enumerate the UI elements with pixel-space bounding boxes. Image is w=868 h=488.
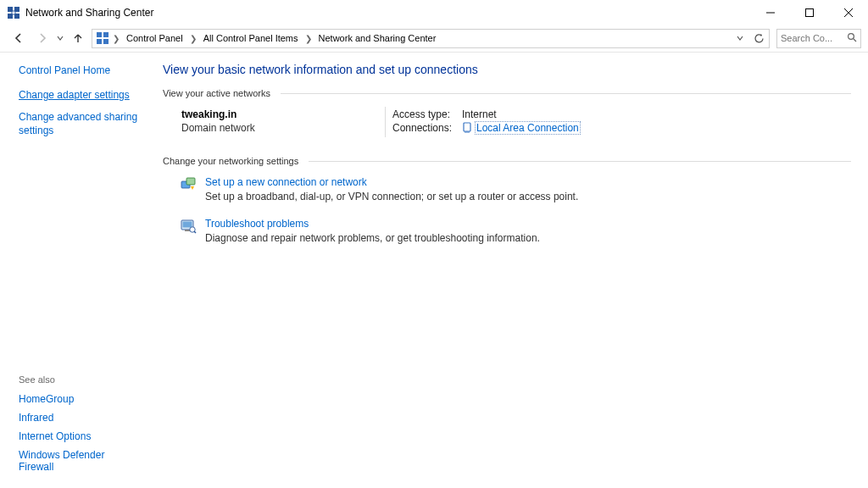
svg-rect-15 — [464, 123, 470, 131]
divider — [309, 161, 851, 162]
forward-button[interactable] — [32, 28, 53, 48]
toolbar-row: ❯ Control Panel ❯ All Control Panel Item… — [0, 25, 868, 51]
svg-rect-22 — [183, 222, 192, 228]
setup-connection-link[interactable]: Set up a new connection or network — [205, 176, 578, 188]
setup-connection-icon — [180, 176, 197, 193]
seealso-firewall[interactable]: Windows Defender Firewall — [19, 449, 142, 473]
svg-line-14 — [854, 39, 856, 42]
svg-point-4 — [12, 11, 15, 14]
svg-rect-6 — [806, 9, 814, 17]
svg-rect-10 — [103, 32, 108, 37]
seealso-homegroup[interactable]: HomeGroup — [19, 393, 142, 405]
access-type-label: Access type: — [392, 108, 459, 120]
connections-label: Connections: — [392, 122, 459, 134]
section-title-active: View your active networks — [163, 88, 270, 98]
section-active-networks: View your active networks — [163, 88, 851, 98]
titlebar: Network and Sharing Center — [0, 0, 868, 25]
svg-rect-12 — [103, 39, 108, 44]
section-title-change: Change your networking settings — [163, 156, 298, 166]
sidebar-link-adapter-settings[interactable]: Change adapter settings — [19, 88, 142, 102]
app-icon — [7, 6, 20, 19]
see-also-heading: See also — [19, 374, 142, 385]
setup-connection-desc: Set up a broadband, dial-up, or VPN conn… — [205, 191, 578, 202]
address-dropdown-button[interactable] — [732, 30, 748, 47]
connection-link[interactable]: Local Area Connection — [476, 122, 580, 134]
troubleshoot-icon — [180, 218, 197, 235]
active-network-block: tweaking.in Domain network Access type: … — [181, 108, 851, 137]
troubleshoot-link[interactable]: Troubleshoot problems — [205, 218, 540, 230]
minimize-button[interactable] — [751, 0, 790, 25]
control-panel-home-link[interactable]: Control Panel Home — [19, 64, 142, 76]
seealso-internet-options[interactable]: Internet Options — [19, 430, 142, 442]
address-bar[interactable]: ❯ Control Panel ❯ All Control Panel Item… — [92, 29, 770, 48]
search-input[interactable] — [781, 33, 840, 43]
chevron-right-icon[interactable]: ❯ — [303, 34, 314, 43]
breadcrumb-control-panel[interactable]: Control Panel — [123, 31, 186, 45]
ethernet-icon — [462, 122, 472, 134]
chevron-right-icon[interactable]: ❯ — [188, 34, 198, 43]
recent-locations-dropdown[interactable] — [56, 28, 64, 48]
sidebar: Control Panel Home Change adapter settin… — [0, 53, 151, 488]
sidebar-link-advanced-sharing[interactable]: Change advanced sharing settings — [19, 110, 142, 137]
page-heading: View your basic network information and … — [163, 63, 851, 76]
vertical-divider — [385, 107, 386, 137]
task-setup-connection: Set up a new connection or network Set u… — [180, 176, 851, 202]
refresh-button[interactable] — [750, 30, 767, 47]
search-icon — [847, 32, 857, 44]
access-type-value: Internet — [462, 108, 497, 120]
svg-rect-23 — [185, 230, 190, 231]
section-change-settings: Change your networking settings — [163, 156, 851, 166]
svg-line-25 — [194, 231, 196, 233]
network-name: tweaking.in — [181, 108, 385, 120]
troubleshoot-desc: Diagnose and repair network problems, or… — [205, 232, 540, 244]
close-button[interactable] — [829, 0, 868, 25]
main-content: View your basic network information and … — [151, 53, 868, 488]
divider — [281, 93, 851, 94]
control-panel-icon — [96, 31, 109, 45]
breadcrumb-all-items[interactable]: All Control Panel Items — [200, 31, 302, 45]
window-title: Network and Sharing Center — [25, 7, 153, 19]
chevron-right-icon[interactable]: ❯ — [111, 34, 121, 43]
up-button[interactable] — [68, 28, 88, 48]
svg-point-13 — [849, 34, 854, 40]
svg-rect-9 — [97, 32, 102, 37]
back-button[interactable] — [8, 28, 29, 48]
task-troubleshoot: Troubleshoot problems Diagnose and repai… — [180, 218, 851, 244]
breadcrumb-network-sharing[interactable]: Network and Sharing Center — [315, 31, 440, 45]
svg-rect-11 — [97, 39, 102, 44]
network-type: Domain network — [181, 122, 385, 134]
maximize-button[interactable] — [790, 0, 829, 25]
search-box[interactable] — [776, 29, 861, 48]
seealso-infrared[interactable]: Infrared — [19, 412, 142, 424]
svg-rect-20 — [186, 178, 195, 185]
